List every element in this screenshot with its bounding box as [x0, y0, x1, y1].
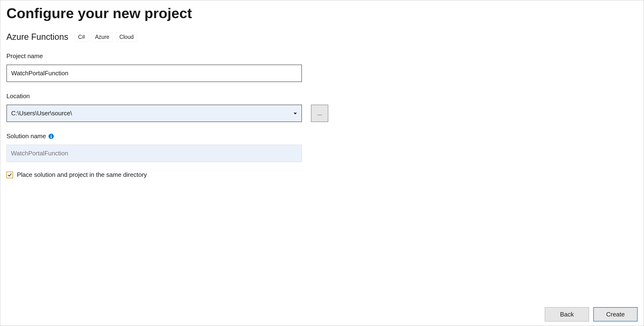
subtitle-row: Azure Functions C# Azure Cloud — [6, 32, 638, 42]
project-name-label: Project name — [6, 52, 638, 60]
tag-list: C# Azure Cloud — [74, 32, 137, 42]
configure-project-dialog: Configure your new project Azure Functio… — [0, 0, 644, 326]
checkmark-icon — [7, 173, 12, 177]
same-directory-checkbox-row: Place solution and project in the same d… — [6, 171, 638, 179]
browse-button[interactable]: ... — [311, 105, 328, 122]
svg-rect-2 — [51, 136, 52, 138]
solution-name-label: Solution name — [6, 132, 638, 140]
project-type-subtitle: Azure Functions — [6, 32, 68, 42]
info-icon[interactable] — [48, 133, 54, 139]
location-input[interactable] — [6, 105, 302, 122]
create-button[interactable]: Create — [593, 307, 638, 321]
page-title: Configure your new project — [6, 5, 638, 22]
button-bar: Back Create — [545, 307, 638, 321]
config-form: Project name Location ... Solution name — [6, 52, 638, 179]
project-name-input[interactable] — [6, 65, 302, 82]
back-button[interactable]: Back — [545, 307, 589, 321]
project-name-field-group: Project name — [6, 52, 638, 82]
solution-name-input — [6, 145, 302, 162]
same-directory-label: Place solution and project in the same d… — [17, 171, 147, 179]
tag-cloud: Cloud — [116, 32, 137, 42]
solution-name-field-group: Solution name — [6, 132, 638, 162]
same-directory-checkbox[interactable] — [6, 172, 13, 178]
location-field-group: Location ... — [6, 92, 638, 122]
svg-point-1 — [51, 135, 52, 136]
tag-csharp: C# — [74, 32, 88, 42]
solution-name-label-text: Solution name — [6, 132, 46, 140]
tag-azure: Azure — [92, 32, 113, 42]
location-label: Location — [6, 92, 638, 100]
